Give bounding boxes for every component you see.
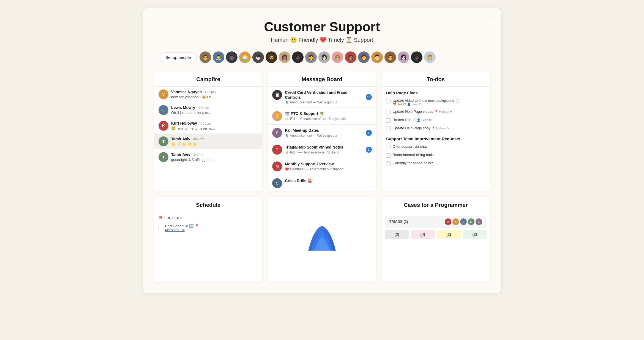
msg-content-1: Credit Card Verification and Fraud Contr… — [285, 90, 363, 104]
msg-item-6[interactable]: C Crisis Drills 🚨 — [268, 175, 376, 191]
msg-preview-4: 💡 Pitch — Hello everyone! I'd like to — [285, 150, 363, 154]
todo-check-7[interactable] — [386, 161, 391, 166]
status-pill-green[interactable]: (2) — [463, 230, 487, 239]
chat-name-5: Tamir Aviv — [171, 152, 190, 157]
msg-content-6: Crisis Drills 🚨 — [285, 178, 372, 183]
schedule-item-1[interactable]: Post Schedule 🔄 📍 Melissa's List — [154, 222, 262, 234]
todo-text-2: Update Help Page videos 📍 Melissa V. — [393, 109, 485, 114]
todo-check-2[interactable] — [386, 110, 391, 114]
chat-name-4: Tamir Aviv — [171, 137, 190, 141]
msg-title-4: Triage/Help Scout Pinned Notes — [285, 145, 363, 150]
avatar-16[interactable]: 👩🏻 — [398, 51, 409, 63]
avatar-4[interactable]: 🌅 — [239, 51, 251, 63]
avatar-13[interactable]: 🧑 — [358, 51, 370, 63]
status-pill-pink[interactable]: (4) — [411, 230, 435, 239]
logo-card — [268, 197, 376, 282]
chat-time-2: 4:04pm — [198, 106, 209, 110]
todo-check-5[interactable] — [386, 145, 391, 149]
avatar-9[interactable]: 👩 — [305, 51, 317, 63]
people-row: Set up people 👨 👨‍💼 👨🏾 🌅 👦🏻 🧔 👩🏽 👩🏿 👩 👩🏻… — [154, 51, 490, 63]
msg-title-2: 🗓️ PTO & Support 🌴 — [285, 111, 372, 116]
chat-item-5[interactable]: T Tamir Aviv 4:42pm goodnight, US offlog… — [154, 149, 262, 165]
msg-item-5[interactable]: M Monthly Support Overview ❤️ Heartbeat … — [268, 158, 376, 175]
logo-area — [268, 197, 376, 282]
more-options-button[interactable]: ··· — [489, 14, 495, 20]
avatar-5[interactable]: 👦🏻 — [252, 51, 264, 63]
chat-name-1: Vanessa Nguyen — [171, 90, 202, 94]
avatar-2[interactable]: 👨‍💼 — [213, 51, 224, 63]
message-board-card: Message Board 📋 Credit Card Verification… — [268, 71, 376, 191]
todo-section-title-1: Help Page Fixes — [382, 87, 490, 97]
chat-content-5: Tamir Aviv 4:42pm goodnight, US offlogge… — [171, 152, 258, 162]
todo-date-1: 📅 Jul 22 — [393, 103, 406, 106]
main-grid: Campfire V Vanessa Nguyen 4:03pm how are… — [154, 71, 490, 282]
basecamp-logo-icon — [305, 223, 339, 256]
page-title: Customer Support — [154, 19, 490, 34]
msg-content-3: Fall Meet-up Dates 🎙️ Announcement — We'… — [285, 128, 363, 137]
msg-item-1[interactable]: 📋 Credit Card Verification and Fraud Con… — [268, 87, 376, 108]
avatar-15[interactable]: 👨 — [384, 51, 396, 63]
chat-text-2: Oh, I just had to let a m... — [171, 111, 258, 115]
campfire-body: V Vanessa Nguyen 4:03pm how are yoooooou… — [154, 87, 262, 165]
chat-avatar-3: K — [159, 121, 168, 131]
msg-content-4: Triage/Help Scout Pinned Notes 💡 Pitch —… — [285, 145, 363, 154]
schedule-body: 📅 FRI, SEP 2 Post Schedule 🔄 📍 Melissa's… — [154, 212, 262, 234]
avatar-6[interactable]: 🧔 — [266, 51, 277, 63]
avatar-12[interactable]: 👩🏽 — [345, 51, 356, 63]
chat-name-2: Lewis Mowry — [171, 105, 195, 110]
main-container: ··· Customer Support Human 🙂 Friendly ❤️… — [143, 8, 501, 293]
chat-content-2: Lewis Mowry 4:04pm Oh, I just had to let… — [171, 105, 258, 115]
msg-title-1: Credit Card Verification and Fraud Contr… — [285, 90, 363, 100]
status-pill-gray[interactable]: (3) — [385, 230, 409, 239]
chat-item-4[interactable]: T Tamir Aviv 4:41pm 🌟 ✨ 🌟 🌟 🌟 — [154, 134, 262, 149]
chat-text-1: how are yoooooou 🐱 Le... — [171, 95, 258, 99]
msg-preview-1: 🎙️ Announcement — We've got our — [285, 100, 363, 104]
todo-check-6[interactable] — [386, 153, 391, 158]
msg-avatar-3: F — [272, 128, 282, 138]
status-pill-yellow[interactable]: (2) — [437, 230, 460, 239]
chat-item-1[interactable]: V Vanessa Nguyen 4:03pm how are yoooooou… — [154, 87, 262, 102]
todo-assignee-1: 👤 Leah B. — [407, 103, 422, 106]
todos-card: To-dos Help Page Fixes Update video to s… — [382, 71, 490, 191]
avatar-17[interactable]: 👩🏿 — [411, 51, 422, 63]
avatar-18[interactable]: 👩🏼 — [424, 51, 436, 63]
chat-item-3[interactable]: K Kurt Holloway 4:05pm 😂 remind me to ne… — [154, 118, 262, 134]
avatar-8[interactable]: 👩🏿 — [292, 51, 304, 63]
avatar-1[interactable]: 👨 — [200, 51, 211, 63]
msg-badge-3: 6 — [366, 130, 372, 136]
todo-section-title-2: Support Team Improvement Requests — [382, 133, 490, 143]
schedule-date: 📅 FRI, SEP 2 — [154, 212, 262, 222]
avatar-10[interactable]: 👩🏻 — [318, 51, 330, 63]
msg-item-2[interactable]: 😊 🗓️ PTO & Support 🌴 ✨ FYI — Enormicom o… — [268, 108, 376, 125]
chat-time-1: 4:03pm — [205, 90, 216, 94]
todo-check-3[interactable] — [386, 118, 391, 123]
avatars-list: 👨 👨‍💼 👨🏾 🌅 👦🏻 🧔 👩🏽 👩🏿 👩 👩🏻 👩🏼 👩🏽 🧑 👨🏻 👨 … — [200, 51, 436, 63]
msg-item-3[interactable]: F Fall Meet-up Dates 🎙️ Announcement — W… — [268, 125, 376, 141]
todo-check-4[interactable] — [386, 127, 391, 131]
triage-av-5: E — [476, 218, 482, 225]
avatar-7[interactable]: 👩🏽 — [279, 51, 290, 63]
todo-text-5: Offer support via chat — [393, 144, 485, 149]
todo-item-6: Better internal billing tools — [382, 151, 490, 159]
status-row: (3) (4) (2) (2) — [382, 230, 490, 239]
msg-preview-5: ❤️ Heartbeat — This month our support — [285, 167, 372, 171]
msg-avatar-1: 📋 — [272, 90, 282, 100]
chat-content-1: Vanessa Nguyen 4:03pm how are yoooooou 🐱… — [171, 89, 258, 99]
todo-check-1[interactable] — [386, 99, 391, 103]
avatar-14[interactable]: 👨🏻 — [371, 51, 383, 63]
chat-content-3: Kurt Holloway 4:05pm 😂 remind me to neve… — [171, 121, 258, 130]
msg-content-5: Monthly Support Overview ❤️ Heartbeat — … — [285, 161, 372, 171]
schedule-list-link[interactable]: Melissa's List — [165, 228, 199, 232]
avatar-11[interactable]: 👩🏼 — [332, 51, 343, 63]
msg-title-3: Fall Meet-up Dates — [285, 128, 363, 133]
msg-item-4[interactable]: T Triage/Help Scout Pinned Notes 💡 Pitch… — [268, 141, 376, 158]
set-up-people-button[interactable]: Set up people — [160, 53, 197, 62]
msg-badge-4: 1 — [366, 147, 372, 153]
chat-item-2[interactable]: L Lewis Mowry 4:04pm Oh, I just had to l… — [154, 102, 262, 118]
triage-bar: TRIAGE (2) A B C D E — [385, 216, 487, 228]
todo-assignee-4: 📍 Melissa V. — [432, 127, 450, 130]
avatar-3[interactable]: 👨🏾 — [226, 51, 238, 63]
schedule-check-1[interactable] — [159, 226, 163, 230]
schedule-item-title: Post Schedule 🔄 📍 — [165, 224, 199, 228]
cases-title: Cases for a Programmer — [382, 197, 490, 212]
